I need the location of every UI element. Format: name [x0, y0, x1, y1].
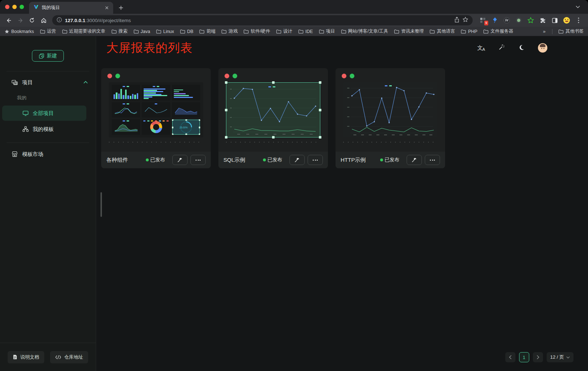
- side-panel-icon[interactable]: [551, 17, 558, 24]
- bookmark-folder[interactable]: 网站/博客/文章/工具: [341, 28, 388, 34]
- forward-button[interactable]: [15, 15, 25, 25]
- card-thumbnail-sql-chart: [226, 82, 320, 137]
- back-button[interactable]: [4, 15, 14, 25]
- selection-handle[interactable]: [319, 109, 321, 111]
- share-icon[interactable]: [454, 17, 460, 24]
- green-dot: [233, 74, 237, 78]
- status-label: 已发布: [151, 157, 165, 163]
- reload-button[interactable]: [27, 15, 37, 25]
- extension-dark-circle-icon[interactable]: [503, 17, 510, 24]
- bookmark-folder[interactable]: 运营: [40, 28, 56, 34]
- language-zh-glyph: 文: [477, 45, 483, 51]
- selection-handle[interactable]: [225, 81, 227, 84]
- create-plus-icon: [39, 53, 44, 59]
- bookmark-folder[interactable]: 搜索: [111, 28, 128, 34]
- minimize-window-button[interactable]: [12, 5, 17, 9]
- scrollbar-thumb[interactable]: [100, 192, 102, 217]
- tab-title: 我的项目: [42, 5, 101, 11]
- user-avatar[interactable]: [538, 43, 547, 53]
- mini-line-chart: [142, 102, 170, 118]
- docs-button[interactable]: 说明文档: [8, 351, 44, 363]
- language-icon[interactable]: 文A: [477, 45, 485, 51]
- bookmark-folder[interactable]: 资讯未整理: [394, 28, 424, 34]
- selection-handle[interactable]: [319, 136, 321, 139]
- edit-project-button[interactable]: [289, 155, 305, 165]
- selection-handle[interactable]: [319, 81, 321, 84]
- project-card[interactable]: HTTP示例 已发布: [336, 68, 445, 168]
- hammer-icon: [177, 157, 183, 163]
- profile-emoji-icon[interactable]: [563, 17, 570, 24]
- extension-green-dot-icon[interactable]: [515, 17, 522, 24]
- prev-page-button[interactable]: [505, 352, 515, 362]
- more-actions-button[interactable]: [308, 155, 323, 165]
- bookmark-folder[interactable]: PHP: [461, 29, 477, 34]
- bookmarks-manager[interactable]: Bookmarks: [4, 29, 34, 34]
- red-dot: [225, 74, 229, 78]
- my-templates-label: 我的模板: [33, 126, 54, 133]
- repo-button[interactable]: 仓库地址: [50, 351, 88, 363]
- home-button[interactable]: [38, 15, 49, 25]
- bookmark-folder[interactable]: 前端: [199, 28, 215, 34]
- selection-handle[interactable]: [225, 136, 227, 139]
- bookmark-folder[interactable]: 设计: [276, 28, 292, 34]
- other-bookmarks[interactable]: 其他书签: [558, 28, 584, 34]
- bookmark-folder[interactable]: 文件服务器: [483, 28, 513, 34]
- bookmark-folder[interactable]: 软件/硬件: [243, 28, 270, 34]
- bookmark-folder[interactable]: Java: [133, 29, 150, 34]
- extensions-cluster: 9: [477, 17, 584, 24]
- new-tab-button[interactable]: [116, 3, 126, 12]
- browser-menu-icon[interactable]: [575, 17, 582, 23]
- card-dotted-separator: [109, 142, 203, 143]
- project-card[interactable]: 25.00% 各种组件 已发布: [101, 68, 211, 168]
- mini-gauge-chart: 25.00%: [172, 119, 200, 135]
- more-actions-button[interactable]: [425, 155, 440, 165]
- mini-hbar-chart: [142, 85, 170, 100]
- bookmark-folder[interactable]: IDE: [298, 29, 313, 34]
- bookmark-folder[interactable]: 项目: [319, 28, 335, 34]
- edit-project-button[interactable]: [407, 155, 422, 165]
- bookmark-folder[interactable]: 游戏: [221, 28, 238, 34]
- mini-area-chart-green: [112, 119, 140, 135]
- sidebar-item-template-market[interactable]: 模板市场: [0, 146, 96, 162]
- card-thumbnail-components: 25.00%: [109, 82, 203, 137]
- page-size-value: 12 / 页: [550, 354, 564, 360]
- page-size-select[interactable]: 12 / 页: [547, 352, 573, 362]
- chevron-up-icon[interactable]: [83, 81, 88, 84]
- dark-mode-moon-icon[interactable]: [518, 44, 525, 52]
- more-actions-button[interactable]: [190, 155, 206, 165]
- browser-tab[interactable]: 我的项目: [29, 2, 113, 14]
- main-area: 大屏报表的列表 文A: [96, 36, 588, 371]
- address-bar[interactable]: 127.0.0.1:3000/#/project/items: [52, 15, 473, 25]
- site-info-icon[interactable]: [57, 17, 62, 24]
- sidebar-group-project[interactable]: 项目: [0, 74, 96, 91]
- tab-search-chevron-icon[interactable]: [576, 3, 580, 10]
- red-dot: [107, 74, 112, 78]
- bookmark-folder[interactable]: DB: [180, 29, 193, 34]
- project-card[interactable]: SQL示例 已发布: [218, 68, 328, 168]
- card-footer: SQL示例 已发布: [218, 152, 328, 168]
- magic-wand-icon[interactable]: [498, 44, 505, 52]
- next-page-button[interactable]: [533, 352, 543, 362]
- extensions-puzzle-icon[interactable]: [539, 17, 546, 24]
- mini-hline-chart: [172, 85, 200, 100]
- selection-handle[interactable]: [272, 136, 275, 139]
- tab-close-icon[interactable]: [104, 5, 110, 11]
- selection-handle[interactable]: [225, 109, 227, 111]
- bookmark-folder[interactable]: Linux: [156, 29, 174, 34]
- extension-grid-icon[interactable]: 9: [479, 17, 486, 24]
- docs-button-label: 说明文档: [20, 354, 39, 360]
- extension-kite-icon[interactable]: [491, 17, 498, 24]
- close-window-button[interactable]: [5, 5, 9, 9]
- sidebar-item-my-templates[interactable]: 我的模板: [2, 121, 86, 137]
- new-project-button[interactable]: 新建: [32, 50, 64, 62]
- sidebar-item-all-projects[interactable]: 全部项目: [2, 106, 86, 121]
- bookmark-folder[interactable]: 其他语言: [429, 28, 455, 34]
- edit-project-button[interactable]: [172, 155, 188, 165]
- maximize-window-button[interactable]: [20, 5, 24, 9]
- bookmarks-overflow-chevron[interactable]: »: [542, 29, 546, 34]
- current-page-button[interactable]: 1: [519, 352, 529, 362]
- bookmark-star-icon[interactable]: [462, 17, 468, 24]
- selection-handle[interactable]: [272, 81, 275, 84]
- extension-green-star-icon[interactable]: [527, 17, 534, 24]
- bookmark-folder[interactable]: 近期需要读的文章: [62, 28, 106, 34]
